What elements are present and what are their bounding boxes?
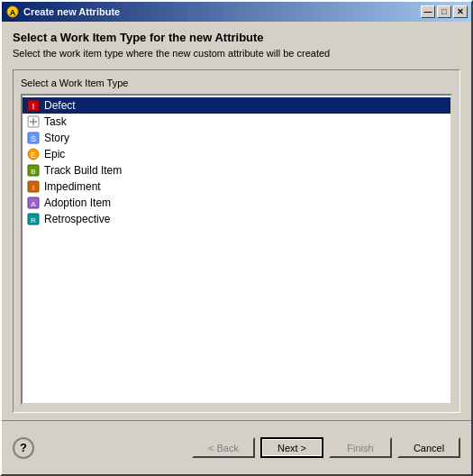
- build-icon: B: [26, 163, 41, 178]
- svg-text:E: E: [31, 151, 36, 160]
- task-icon: [26, 114, 41, 129]
- window-controls: — □ ✕: [421, 5, 468, 18]
- svg-text:B: B: [31, 168, 35, 176]
- maximize-button[interactable]: □: [437, 5, 451, 18]
- main-window: A Create new Attribute — □ ✕ Select a Wo…: [0, 0, 473, 476]
- list-item-story[interactable]: SStory: [23, 130, 450, 146]
- list-item-label-track-build: Track Build Item: [44, 164, 122, 177]
- list-item-adoption[interactable]: AAdoption Item: [23, 195, 450, 211]
- svg-text:I: I: [32, 184, 34, 192]
- window-title: Create new Attribute: [23, 6, 421, 17]
- list-item-task[interactable]: Task: [23, 114, 450, 130]
- svg-text:A: A: [10, 8, 16, 17]
- finish-button[interactable]: Finish: [329, 437, 392, 458]
- adoption-icon: A: [26, 196, 41, 210]
- impediment-icon: I: [26, 179, 41, 194]
- title-bar: A Create new Attribute — □ ✕: [2, 2, 471, 22]
- list-item-label-adoption: Adoption Item: [44, 197, 111, 209]
- next-button[interactable]: Next >: [260, 437, 323, 458]
- list-item-label-story: Story: [44, 132, 69, 144]
- window-icon: A: [5, 5, 20, 19]
- story-icon: S: [26, 131, 41, 145]
- svg-text:!: !: [32, 102, 35, 111]
- cancel-button[interactable]: Cancel: [397, 437, 460, 458]
- footer: ? < Back Next > Finish Cancel: [2, 420, 471, 474]
- footer-buttons: < Back Next > Finish Cancel: [192, 437, 460, 458]
- list-item-label-epic: Epic: [44, 148, 65, 160]
- svg-text:S: S: [31, 134, 36, 143]
- work-item-listbox[interactable]: !DefectTaskSStoryEEpicBTrack Build ItemI…: [21, 94, 452, 405]
- list-item-label-defect: Defect: [44, 99, 76, 112]
- content-area: Select a Work Item Type for the new Attr…: [2, 22, 471, 420]
- list-item-defect[interactable]: !Defect: [23, 97, 450, 114]
- svg-text:A: A: [31, 200, 36, 208]
- list-item-track-build[interactable]: BTrack Build Item: [23, 162, 450, 178]
- list-item-label-impediment: Impediment: [44, 180, 101, 193]
- help-button[interactable]: ?: [13, 437, 34, 459]
- page-title: Select a Work Item Type for the new Attr…: [13, 31, 460, 44]
- list-item-retrospective[interactable]: RRetrospective: [23, 211, 450, 227]
- retro-icon: R: [26, 212, 41, 226]
- page-subtitle: Select the work item type where the new …: [13, 48, 460, 59]
- back-button[interactable]: < Back: [192, 437, 255, 458]
- work-item-panel: Select a Work Item Type !DefectTaskSStor…: [13, 69, 460, 413]
- panel-label: Select a Work Item Type: [21, 78, 452, 88]
- list-item-impediment[interactable]: IImpediment: [23, 178, 450, 195]
- minimize-button[interactable]: —: [421, 5, 435, 18]
- list-item-label-task: Task: [44, 115, 67, 128]
- close-button[interactable]: ✕: [453, 5, 468, 18]
- list-item-epic[interactable]: EEpic: [23, 146, 450, 162]
- list-item-label-retrospective: Retrospective: [44, 213, 110, 225]
- svg-text:R: R: [31, 216, 36, 224]
- epic-icon: E: [26, 147, 41, 161]
- defect-icon: !: [26, 98, 41, 113]
